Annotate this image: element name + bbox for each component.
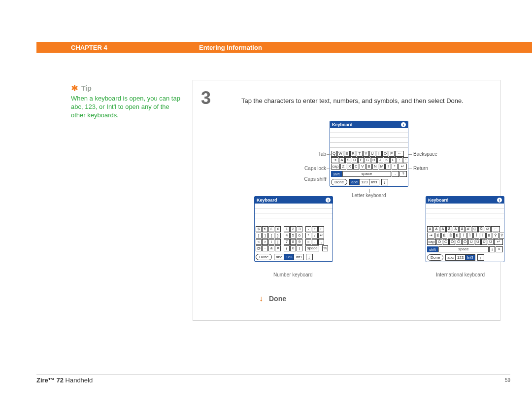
key[interactable]: & [268, 245, 274, 251]
key[interactable]: G [365, 157, 370, 163]
key[interactable]: Y [363, 151, 369, 157]
key[interactable]: - [305, 226, 311, 232]
mode-123[interactable]: 123 [360, 179, 369, 185]
key[interactable]: Ê [448, 233, 454, 239]
key[interactable]: T [357, 151, 363, 157]
info-icon[interactable]: i [401, 122, 406, 127]
key[interactable]: Û [481, 239, 487, 245]
key[interactable]: H [371, 157, 377, 163]
info-icon[interactable]: i [326, 198, 331, 203]
key[interactable]: : [397, 157, 402, 163]
key[interactable]: Ÿ [499, 233, 504, 239]
key[interactable]: > [262, 239, 268, 245]
key[interactable]: ] [262, 233, 268, 239]
key[interactable]: 1 [284, 226, 290, 232]
key[interactable]: Z [340, 164, 346, 170]
key[interactable]: ↵ [398, 164, 407, 170]
key[interactable]: J [377, 157, 383, 163]
key[interactable]: 5 [290, 233, 296, 239]
key[interactable]: @ [256, 245, 262, 251]
done-button[interactable]: Done [427, 254, 443, 261]
key[interactable]: C [353, 164, 359, 170]
space-key[interactable]: space [438, 246, 489, 252]
key[interactable]: 4 [284, 233, 290, 239]
key[interactable]: É [435, 233, 441, 239]
key[interactable]: Æ [466, 226, 471, 232]
key[interactable]: E [344, 151, 350, 157]
done-button[interactable]: Done [331, 179, 347, 185]
key[interactable]: , [318, 239, 324, 245]
down-arrow-icon[interactable]: ↓ [477, 254, 484, 261]
key[interactable]: 7 [284, 239, 290, 245]
text-area[interactable] [330, 128, 408, 150]
key[interactable]: 3 [297, 226, 302, 232]
key[interactable]: ß [486, 233, 492, 239]
key[interactable]: % [322, 245, 328, 251]
key[interactable]: M [379, 164, 385, 170]
key[interactable]: # [275, 245, 281, 251]
key[interactable]: I [376, 151, 382, 157]
mode-123[interactable]: 123 [456, 255, 466, 260]
cap-key[interactable]: cap [331, 164, 340, 170]
shift-key[interactable]: shift [331, 171, 342, 177]
key[interactable]: F [358, 157, 364, 163]
key[interactable]: U [369, 151, 375, 157]
key[interactable]: Å [459, 226, 465, 232]
key[interactable]: A [339, 157, 345, 163]
key[interactable]: ) [297, 245, 302, 251]
text-area[interactable] [426, 204, 504, 225]
key[interactable]: Õ [456, 239, 462, 245]
key[interactable]: \ [268, 239, 274, 245]
key[interactable]: | [275, 239, 281, 245]
key[interactable]: ~ [262, 245, 268, 251]
key[interactable]: V [360, 164, 366, 170]
key[interactable]: Ã [446, 226, 452, 232]
key[interactable]: * [305, 233, 311, 239]
key[interactable]: " [403, 157, 408, 163]
key[interactable]: Ú [468, 239, 474, 245]
dash-key[interactable]: - [392, 171, 399, 177]
key[interactable]: ↵ [318, 233, 324, 239]
key[interactable]: ( [284, 245, 290, 251]
key[interactable]: R [350, 151, 356, 157]
info-icon[interactable]: i [497, 198, 502, 203]
cap-key[interactable]: cap [427, 239, 436, 245]
key[interactable]: B [366, 164, 372, 170]
space-key[interactable]: space [342, 171, 391, 177]
mode-abc[interactable]: abc [350, 179, 360, 185]
key[interactable]: < [256, 239, 262, 245]
key[interactable]: Ë [454, 233, 460, 239]
key[interactable]: Ä [453, 226, 459, 232]
done-button[interactable]: Done [256, 254, 272, 260]
key[interactable]: 2 [290, 226, 296, 232]
key[interactable]: Ö [462, 239, 468, 245]
key[interactable]: È [441, 233, 447, 239]
tab-key[interactable]: ⇥ [331, 157, 338, 163]
key[interactable]: Ó [436, 239, 442, 245]
key[interactable]: + [312, 226, 318, 232]
key[interactable]: [ [256, 233, 262, 239]
key[interactable]: Ø [485, 226, 491, 232]
key[interactable]: 9 [297, 239, 302, 245]
down-arrow-icon[interactable]: ↓ [306, 254, 313, 260]
key[interactable]: Ü [488, 239, 494, 245]
key[interactable]: Ô [449, 239, 455, 245]
key[interactable]: * [392, 164, 398, 170]
key[interactable]: 8 [290, 239, 296, 245]
space-key[interactable]: space [305, 245, 319, 251]
key[interactable]: ¥ [275, 226, 281, 232]
key[interactable]: Î [473, 233, 479, 239]
key[interactable]: D [352, 157, 358, 163]
mode-123[interactable]: 123 [284, 254, 294, 260]
key[interactable]: À [433, 226, 439, 232]
key[interactable]: X [347, 164, 353, 170]
key[interactable]: Ì [467, 233, 473, 239]
key[interactable]: $ [256, 226, 262, 232]
key[interactable]: ← [491, 226, 500, 232]
key[interactable]: Ï [480, 233, 486, 239]
key[interactable]: Ý [493, 233, 499, 239]
key[interactable]: P [389, 151, 395, 157]
key[interactable]: € [262, 226, 268, 232]
raquo-key[interactable]: » [496, 246, 503, 252]
inverted-exclaim-key[interactable]: ¡ [489, 246, 495, 252]
